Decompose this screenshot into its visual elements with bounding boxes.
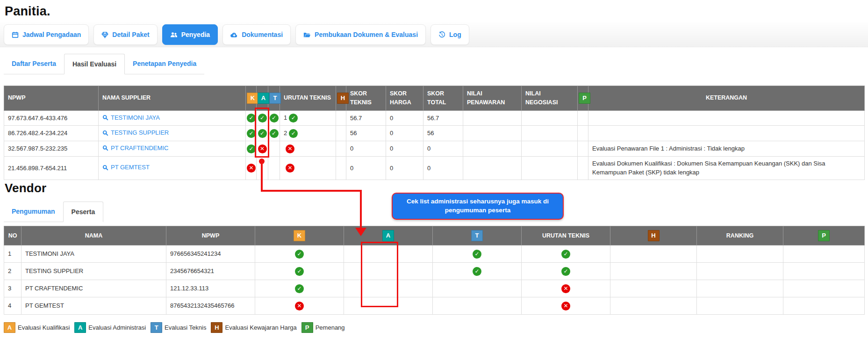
vendor-title: Vendor: [5, 181, 868, 195]
skor-harga-cell: 0: [386, 126, 423, 141]
a-cell: [344, 262, 433, 280]
k-cell: ✓: [246, 110, 257, 126]
tab-penyedia[interactable]: Penyedia: [162, 24, 218, 45]
skor-teknis-cell: 0: [346, 141, 386, 157]
vendor-subtabs: Pengumuman Peserta: [4, 202, 103, 222]
subtab-daftar-peserta[interactable]: Daftar Peserta: [4, 54, 64, 74]
supplier-link[interactable]: PT GEMTEST: [102, 163, 150, 172]
t-status-icon: ✓: [473, 250, 481, 259]
urutan-status-icon: ✓: [289, 129, 298, 138]
h-cell: [336, 110, 346, 126]
tab-pembukaan-dokumen[interactable]: Pembukaan Dokumen & Evaluasi: [295, 24, 426, 45]
col-keterangan: KETERANGAN: [588, 86, 865, 111]
table-row: 2 TESTING SUPPLIER 2345676654321 ✓ ✓ ✓: [4, 262, 865, 280]
a-cell: ✓: [257, 126, 268, 141]
supplier-link[interactable]: TESTING SUPPLIER: [102, 128, 169, 137]
t-cell: [268, 141, 280, 157]
col-a: A: [344, 226, 433, 245]
skor-total-cell: 56: [423, 126, 463, 141]
a-status-icon: ✓: [258, 129, 267, 138]
a-cell: [344, 280, 433, 297]
table-row: 1 TESTIMONI JAYA 976656345241234 ✓ ✓ ✓: [4, 245, 865, 262]
supplier-link[interactable]: PT CRAFTENDEMIC: [102, 144, 168, 153]
tab-label: Pembukaan Dokumen & Evaluasi: [315, 31, 418, 38]
skor-total-cell: 56.7: [423, 110, 463, 126]
table-row: 4 PT GEMTEST 8765432132435465766 ✕ ✕: [4, 297, 865, 314]
legend-harga-label: Evaluasi Kewajaran Harga: [225, 324, 296, 331]
a-cell: [257, 156, 268, 180]
legend-harga-badge: H: [211, 322, 222, 333]
k-status-icon: ✓: [295, 284, 304, 293]
legend-teknis-label: Evaluasi Teknis: [165, 324, 206, 331]
urutan-status-icon: ✕: [561, 302, 570, 310]
supplier-name: PT GEMTEST: [111, 163, 150, 172]
p-cell: [578, 141, 588, 157]
no-cell: 3: [4, 280, 22, 297]
t-status-icon: ✓: [270, 114, 279, 123]
tab-log[interactable]: Log: [430, 24, 469, 45]
t-cell: [433, 297, 522, 314]
col-npwp: NPWP: [166, 226, 255, 245]
no-cell: 4: [4, 297, 22, 314]
col-no: NO: [4, 226, 22, 245]
nama-cell: PT CRAFTENDEMIC: [22, 280, 166, 297]
folder-open-icon: [303, 31, 311, 38]
h-badge: H: [337, 93, 349, 104]
urutan-status-icon: ✕: [561, 284, 570, 293]
supplier-cell: TESTIMONI JAYA: [99, 110, 246, 126]
tab-detail-paket[interactable]: Detail Paket: [93, 24, 157, 45]
k-cell: ✓: [246, 141, 257, 157]
t-status-icon: ✓: [473, 267, 481, 276]
panitia-title: Panitia.: [5, 4, 868, 19]
table-row: 3 PT CRAFTENDEMIC 121.12.33.113 ✓ ✕: [4, 280, 865, 297]
nilai-negosiasi-cell: [522, 110, 578, 126]
urutan-cell: 1✓: [280, 110, 336, 126]
skor-harga-cell: 0: [386, 110, 423, 126]
urutan-status-icon: ✓: [561, 250, 570, 259]
col-skor-harga: SKOR HARGA: [386, 86, 423, 111]
urutan-cell: ✕: [280, 156, 336, 180]
urutan-status-icon: ✕: [286, 164, 294, 173]
subtab-pengumuman[interactable]: Pengumuman: [4, 202, 63, 222]
urutan-status-icon: ✓: [289, 114, 298, 123]
p-cell: [783, 297, 865, 314]
supplier-link[interactable]: TESTIMONI JAYA: [102, 113, 160, 123]
annotation-arrow-line: [360, 190, 362, 228]
k-status-icon: ✓: [247, 144, 256, 153]
h-cell: [610, 297, 697, 314]
tab-label: Detail Paket: [112, 31, 149, 38]
a-badge: A: [382, 230, 394, 241]
ranking-cell: [697, 297, 783, 314]
npwp-cell: 21.456.898.7-654.211: [4, 156, 99, 180]
tab-dokumentasi[interactable]: Dokumentasi: [222, 24, 291, 45]
k-status-icon: ✓: [247, 129, 256, 138]
npwp-cell: 2345676654321: [166, 262, 255, 280]
table-row: 97.673.647.6-433.476 TESTIMONI JAYA ✓ ✓ …: [4, 110, 865, 126]
urutan-cell: ✓: [522, 245, 610, 262]
p-badge: P: [818, 230, 830, 241]
search-icon: [102, 165, 108, 171]
cloud-download-icon: [230, 31, 238, 38]
p-cell: [783, 280, 865, 297]
npwp-cell: 97.673.647.6-433.476: [4, 110, 99, 126]
urutan-cell: ✕: [522, 297, 610, 314]
col-urutan-teknis: URUTAN TEKNIS: [522, 226, 610, 245]
subtab-hasil-evaluasi[interactable]: Hasil Evaluasi: [64, 54, 125, 74]
col-skor-total: SKOR TOTAL: [423, 86, 463, 111]
peserta-table: NO NAMA NPWP K A T URUTAN TEKNIS H RANKI…: [4, 226, 865, 315]
keterangan-cell: [588, 126, 865, 141]
ranking-cell: [697, 262, 783, 280]
k-status-icon: ✕: [295, 302, 304, 310]
p-cell: [578, 126, 588, 141]
npwp-cell: 32.567.987.5-232.235: [4, 141, 99, 157]
urutan-cell: ✓: [522, 262, 610, 280]
keterangan-cell: Evaluasi Dokumen Kualifikasi : Dokumen S…: [588, 156, 865, 180]
t-cell: [433, 280, 522, 297]
users-icon: [170, 31, 178, 38]
tab-jadwal-pengadaan[interactable]: Jadwal Pengadaan: [4, 24, 89, 45]
skor-harga-cell: 0: [386, 141, 423, 157]
urutan-number: 1: [284, 113, 287, 123]
subtab-penetapan-penyedia[interactable]: Penetapan Penyedia: [125, 54, 204, 74]
subtab-peserta[interactable]: Peserta: [63, 202, 104, 222]
tab-label: Dokumentasi: [242, 31, 283, 38]
